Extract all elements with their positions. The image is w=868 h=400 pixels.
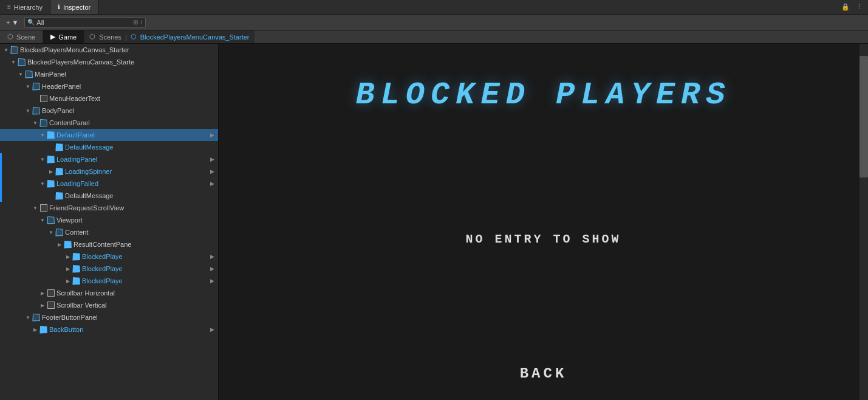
inspector-icon: ℹ	[58, 4, 60, 10]
item-icon	[55, 192, 63, 199]
list-item[interactable]: DefaultMessage	[0, 190, 218, 202]
item-icon	[47, 302, 55, 309]
hierarchy-root-label: BlockedPlayersMenuCanvas_Starter	[20, 46, 129, 53]
item-label: DefaultMessage	[65, 192, 114, 199]
blue-bar-indicator	[0, 190, 2, 202]
game-panel-scrollbar[interactable]	[859, 44, 868, 400]
list-item[interactable]: MainPanel	[0, 68, 218, 80]
top-tabs-bar: ≡ Hierarchy ℹ Inspector 🔒 ⋮	[0, 0, 868, 15]
item-label: LoadingPanel	[56, 156, 97, 163]
breadcrumb-current: BlockedPlayersMenuCanvas_Starter	[140, 33, 250, 41]
list-item[interactable]: Content	[0, 226, 218, 238]
item-expand	[39, 180, 46, 187]
hierarchy-panel[interactable]: BlockedPlayersMenuCanvas_Starter Blocked…	[0, 44, 219, 400]
item-label: Content	[65, 229, 89, 236]
add-icon: +	[6, 19, 10, 26]
item-icon	[18, 58, 26, 66]
tab-hierarchy[interactable]: ≡ Hierarchy	[0, 0, 50, 14]
list-item[interactable]: DefaultPanel ▶	[0, 129, 218, 141]
breadcrumb-canvas-icon: ⬡	[131, 33, 137, 41]
list-item[interactable]: BackButton ▶	[0, 323, 218, 336]
item-icon	[72, 277, 80, 284]
item-icon	[47, 216, 55, 224]
item-expand	[24, 314, 32, 321]
list-item[interactable]: ResultContentPane	[0, 238, 218, 250]
item-icon	[47, 180, 55, 187]
more-icon[interactable]: ⋮	[854, 3, 864, 11]
item-icon	[32, 83, 40, 90]
item-icon	[32, 107, 40, 114]
item-expand	[17, 71, 24, 78]
item-expand	[47, 229, 55, 236]
game-back-button[interactable]: BACK	[520, 365, 567, 400]
lock-icon[interactable]: 🔒	[839, 3, 852, 11]
list-item[interactable]: BlockedPlaye ▶	[0, 275, 218, 287]
list-item[interactable]: LoadingFailed ▶	[0, 178, 218, 190]
root-expand-arrow	[2, 46, 10, 53]
item-expand	[39, 289, 46, 297]
list-item[interactable]: FriendRequestScrollView	[0, 202, 218, 214]
item-icon	[55, 168, 63, 175]
item-expand	[39, 302, 46, 309]
item-expand	[64, 265, 72, 272]
item-label: MenuHeaderText	[49, 95, 100, 102]
search-filter-icon[interactable]: ⊞	[133, 19, 138, 26]
hierarchy-root[interactable]: BlockedPlayersMenuCanvas_Starter	[0, 44, 218, 56]
item-arrow: ▶	[210, 168, 214, 174]
list-item[interactable]: Viewport	[0, 214, 218, 226]
game-icon: ▶	[50, 33, 55, 41]
game-panel: BLOCKED PLAYERS NO ENTRY TO SHOW BACK	[219, 44, 868, 400]
list-item[interactable]: LoadingPanel ▶	[0, 153, 218, 165]
item-label: ContentPanel	[49, 119, 90, 126]
list-item[interactable]: BlockedPlaye ▶	[0, 250, 218, 263]
search-input[interactable]	[36, 19, 131, 26]
item-icon	[40, 95, 47, 102]
scene-icon: ⬡	[7, 33, 13, 41]
tab-inspector-label: Inspector	[63, 4, 91, 11]
tab-game[interactable]: ▶ Game	[43, 30, 84, 43]
tab-inspector[interactable]: ℹ Inspector	[50, 0, 98, 14]
toolbar-row: + ▼ 🔍 ⊞ ↕	[0, 15, 868, 30]
game-empty-message: NO ENTRY TO SHOW	[465, 232, 621, 246]
item-arrow: ▶	[210, 156, 214, 162]
item-label: BlockedPlaye	[82, 265, 123, 272]
item-expand	[39, 156, 46, 163]
game-title: BLOCKED PLAYERS	[355, 44, 731, 113]
search-bar[interactable]: 🔍 ⊞ ↕	[24, 17, 146, 28]
item-label: BlockedPlaye	[82, 253, 123, 260]
list-item[interactable]: MenuHeaderText	[0, 92, 218, 105]
item-label: Scrollbar Vertical	[56, 302, 107, 309]
add-button[interactable]: + ▼	[4, 18, 21, 27]
root-canvas-icon	[10, 46, 18, 53]
item-label: BlockedPlaye	[82, 277, 123, 284]
item-arrow: ▶	[210, 326, 214, 333]
tab-scene[interactable]: ⬡ Scene	[0, 30, 43, 43]
item-arrow: ▶	[210, 253, 214, 260]
list-item[interactable]: BlockedPlayersMenuCanvas_Starte	[0, 56, 218, 68]
item-icon	[72, 265, 80, 272]
list-item[interactable]: Scrollbar Vertical	[0, 299, 218, 311]
tab-scene-label: Scene	[16, 33, 35, 41]
item-label: BlockedPlayersMenuCanvas_Starte	[27, 58, 134, 66]
item-icon	[32, 314, 40, 321]
item-label: HeaderPanel	[42, 83, 81, 90]
list-item[interactable]: HeaderPanel	[0, 80, 218, 92]
list-item[interactable]: BlockedPlaye ▶	[0, 263, 218, 275]
list-item[interactable]: FooterButtonPanel	[0, 311, 218, 323]
item-label: FriendRequestScrollView	[49, 204, 124, 212]
item-icon	[39, 119, 47, 126]
item-icon	[47, 289, 55, 297]
list-item[interactable]: Scrollbar Horizontal	[0, 287, 218, 299]
item-expand	[64, 277, 72, 284]
blue-bar-indicator	[0, 178, 2, 190]
item-arrow: ▶	[210, 132, 214, 138]
breadcrumb: ⬡ Scenes | ⬡ BlockedPlayersMenuCanvas_St…	[84, 30, 254, 44]
list-item[interactable]: ContentPanel	[0, 117, 218, 129]
search-sort-icon[interactable]: ↕	[140, 19, 143, 26]
item-label: Scrollbar Horizontal	[56, 289, 115, 297]
item-icon	[25, 71, 33, 78]
list-item[interactable]: BodyPanel	[0, 105, 218, 117]
list-item[interactable]: DefaultMessage	[0, 141, 218, 153]
list-item[interactable]: LoadingSpinner ▶	[0, 165, 218, 178]
item-icon	[40, 204, 47, 212]
